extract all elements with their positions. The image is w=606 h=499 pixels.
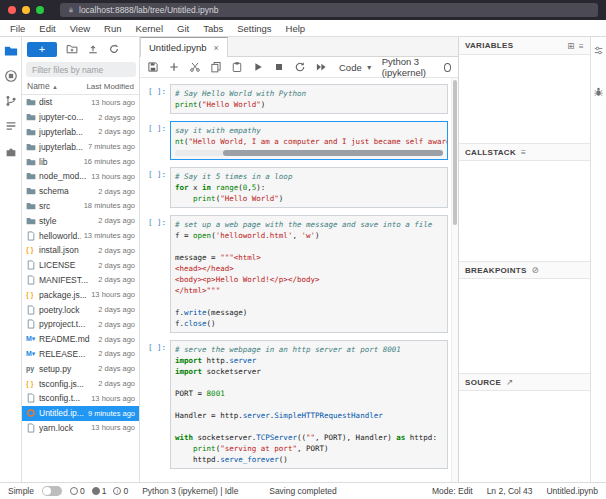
file-row[interactable]: yarn.lock13 hours ago — [22, 421, 139, 436]
restart-kernel-icon[interactable] — [294, 61, 306, 73]
run-icon[interactable] — [252, 61, 264, 73]
cut-cells-icon[interactable] — [189, 61, 201, 73]
close-tab-icon[interactable]: × — [214, 43, 219, 53]
kernel-name[interactable]: Python 3 (ipykernel) — [382, 56, 440, 78]
menu-item-settings[interactable]: Settings — [230, 23, 278, 34]
file-row[interactable]: node_mod...13 hours ago — [22, 169, 139, 184]
file-row[interactable]: helloworld...13 minutes ago — [22, 228, 139, 243]
file-row[interactable]: src18 minutes ago — [22, 199, 139, 214]
upload-icon[interactable] — [87, 43, 99, 55]
restart-run-all-icon[interactable] — [315, 61, 327, 73]
copy-cells-icon[interactable] — [210, 61, 222, 73]
file-modified: 2 days ago — [98, 275, 135, 284]
file-modified: 7 minutes ago — [88, 142, 135, 151]
file-row[interactable]: pyproject.t...2 days ago — [22, 317, 139, 332]
file-row[interactable]: jupyter-co...2 days ago — [22, 110, 139, 125]
url-bar[interactable]: localhost:8888/lab/tree/Untitled.ipynb — [60, 3, 598, 17]
notebook-vertical-scrollbar[interactable] — [451, 78, 458, 482]
notebook-cell[interactable]: [ ]:# set up a web page with the message… — [142, 215, 448, 333]
circle-indicator[interactable]: 0 — [70, 486, 85, 496]
file-row[interactable]: jupyterlab...2 days ago — [22, 125, 139, 140]
simple-mode-toggle[interactable] — [42, 486, 62, 496]
refresh-icon[interactable] — [108, 43, 120, 55]
save-icon[interactable] — [147, 61, 159, 73]
cell-horizontal-scrollbar[interactable] — [175, 150, 443, 156]
open-source-icon[interactable]: ↗ — [506, 377, 513, 387]
menu-item-help[interactable]: Help — [279, 23, 313, 34]
file-row[interactable]: MANIFEST...2 days ago — [22, 273, 139, 288]
kernel-status-icon[interactable] — [444, 63, 451, 72]
cell-editor[interactable]: # Say Hello World with Pythonprint("Hell… — [170, 84, 448, 114]
menu-item-file[interactable]: File — [3, 23, 32, 34]
table-view-icon[interactable]: ≡ — [579, 41, 584, 51]
close-all-breakpoints-icon[interactable]: ⊘ — [532, 265, 539, 275]
notebook-cell[interactable]: [ ]:# Say it 5 times in a loopfor x in r… — [142, 167, 448, 208]
file-row[interactable]: LICENSE2 days ago — [22, 258, 139, 273]
kernel-status-text[interactable]: Python 3 (ipykernel) | Idle — [142, 486, 238, 496]
file-row[interactable]: Untitled.ip...9 minutes ago — [22, 406, 139, 421]
file-row[interactable]: lib16 minutes ago — [22, 154, 139, 169]
running-sessions-icon[interactable] — [4, 69, 18, 83]
debugger-icon[interactable] — [593, 86, 604, 97]
file-row[interactable]: tsconfig.t...13 hours ago — [22, 391, 139, 406]
file-row[interactable]: M▾RELEASE...2 days ago — [22, 347, 139, 362]
cursor-position[interactable]: Ln 2, Col 43 — [487, 486, 533, 496]
file-row[interactable]: style2 days ago — [22, 213, 139, 228]
info-indicator[interactable]: i0 — [113, 486, 128, 496]
callstack-menu-icon[interactable]: ≡ — [521, 147, 526, 157]
notebook-cell[interactable]: [ ]:say it with empathynt("Hello World, … — [142, 121, 448, 160]
cell-editor[interactable]: say it with empathynt("Hello World, I am… — [170, 121, 448, 160]
cell-editor[interactable]: # serve the webpage in an http server at… — [170, 340, 448, 469]
table-of-contents-icon[interactable] — [4, 119, 18, 133]
file-row[interactable]: { }tsconfig.js...2 days ago — [22, 376, 139, 391]
file-row[interactable]: M▾README.md2 days ago — [22, 332, 139, 347]
mode-indicator[interactable]: Mode: Edit — [432, 486, 473, 496]
file-row[interactable]: poetry.lock2 days ago — [22, 302, 139, 317]
paste-cells-icon[interactable] — [231, 61, 243, 73]
new-folder-icon[interactable] — [66, 43, 78, 55]
menu-item-git[interactable]: Git — [170, 23, 196, 34]
debugger-section-breakpoints[interactable]: BREAKPOINTS⊘ — [459, 261, 590, 279]
tab-untitled-ipynb[interactable]: Untitled.ipynb × — [140, 37, 228, 57]
scrollbar-thumb[interactable] — [223, 150, 443, 156]
window-close-button[interactable] — [8, 6, 16, 14]
column-header-name[interactable]: Name ▲ — [27, 81, 58, 91]
git-icon[interactable] — [4, 94, 18, 108]
cell-editor[interactable]: # set up a web page with the message and… — [170, 215, 448, 333]
menu-item-kernel[interactable]: Kernel — [129, 23, 170, 34]
file-row[interactable]: { }package.js...13 hours ago — [22, 287, 139, 302]
menu-item-view[interactable]: View — [63, 23, 97, 34]
file-row[interactable]: schema2 days ago — [22, 184, 139, 199]
circle-filled-indicator[interactable]: 1 — [92, 486, 107, 496]
debugger-section-source[interactable]: SOURCE↗ — [459, 373, 590, 391]
menu-item-tabs[interactable]: Tabs — [196, 23, 230, 34]
window-minimize-button[interactable] — [22, 6, 30, 14]
menu-item-run[interactable]: Run — [97, 23, 128, 34]
column-header-last-modified[interactable]: Last Modified — [86, 82, 134, 91]
notebook-cell[interactable]: [ ]:# Say Hello World with Pythonprint("… — [142, 84, 448, 114]
new-launcher-button[interactable]: + — [27, 42, 57, 57]
window-zoom-button[interactable] — [36, 6, 44, 14]
cell-type-dropdown[interactable]: Code ▼ — [339, 62, 373, 73]
insert-cell-icon[interactable] — [168, 61, 180, 73]
cell-editor[interactable]: # Say it 5 times in a loopfor x in range… — [170, 167, 448, 208]
files-icon[interactable] — [4, 44, 18, 58]
extensions-icon[interactable] — [4, 144, 18, 158]
filter-files-input[interactable] — [26, 62, 136, 77]
code-line: <body><p>Hello World!</p></body> — [175, 274, 443, 285]
property-inspector-icon[interactable] — [593, 45, 604, 56]
debugger-section-variables[interactable]: VARIABLES⊞≡ — [459, 37, 590, 55]
notebook-cell[interactable]: [ ]:# serve the webpage in an http serve… — [142, 340, 448, 469]
scrollbar-thumb[interactable] — [453, 80, 457, 225]
file-row[interactable]: jupyterlab...7 minutes ago — [22, 139, 139, 154]
tree-view-icon[interactable]: ⊞ — [567, 41, 574, 51]
debugger-section-callstack[interactable]: CALLSTACK≡ — [459, 143, 590, 161]
file-row[interactable]: dist13 hours ago — [22, 95, 139, 110]
menu-item-edit[interactable]: Edit — [32, 23, 62, 34]
file-name: package.js... — [39, 290, 88, 300]
file-row[interactable]: { }install.json2 days ago — [22, 243, 139, 258]
interrupt-kernel-icon[interactable] — [273, 61, 285, 73]
file-row[interactable]: pysetup.py2 days ago — [22, 361, 139, 376]
file-browser: + Name ▲ Last Modified dist13 hours agoj… — [22, 37, 140, 482]
file-name: yarn.lock — [39, 423, 88, 433]
